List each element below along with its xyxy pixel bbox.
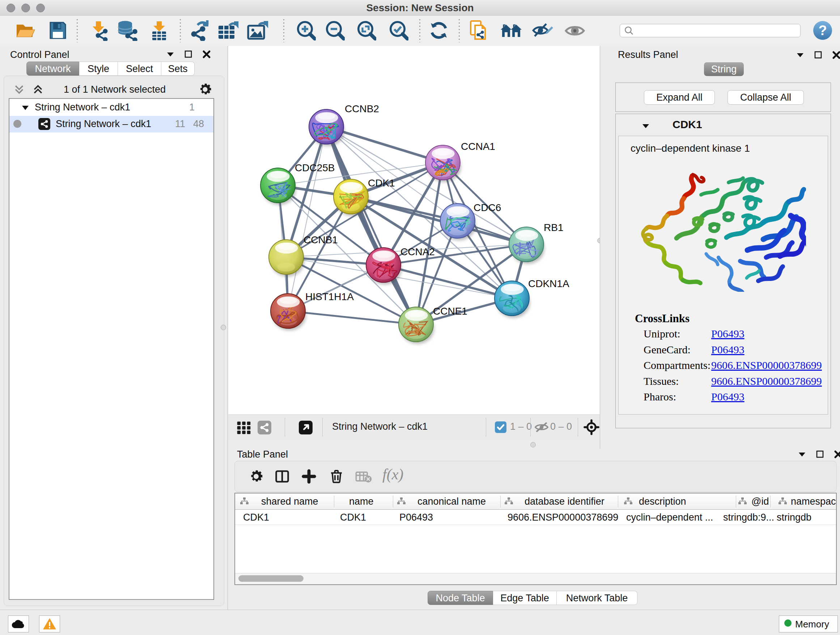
svg-text:CDKN1A: CDKN1A: [528, 278, 569, 289]
svg-text:CCNB2: CCNB2: [345, 103, 379, 114]
svg-text:CCNE1: CCNE1: [433, 306, 467, 317]
svg-text:CDK1: CDK1: [368, 177, 395, 188]
svg-text:CCNB1: CCNB1: [303, 234, 338, 245]
svg-text:CDC6: CDC6: [474, 202, 501, 213]
svg-text:HIST1H1A: HIST1H1A: [305, 291, 354, 302]
svg-text:CCNA1: CCNA1: [461, 141, 495, 152]
svg-text:CCNA2: CCNA2: [401, 246, 435, 257]
svg-text:RB1: RB1: [544, 222, 563, 233]
svg-text:CDC25B: CDC25B: [295, 162, 335, 173]
